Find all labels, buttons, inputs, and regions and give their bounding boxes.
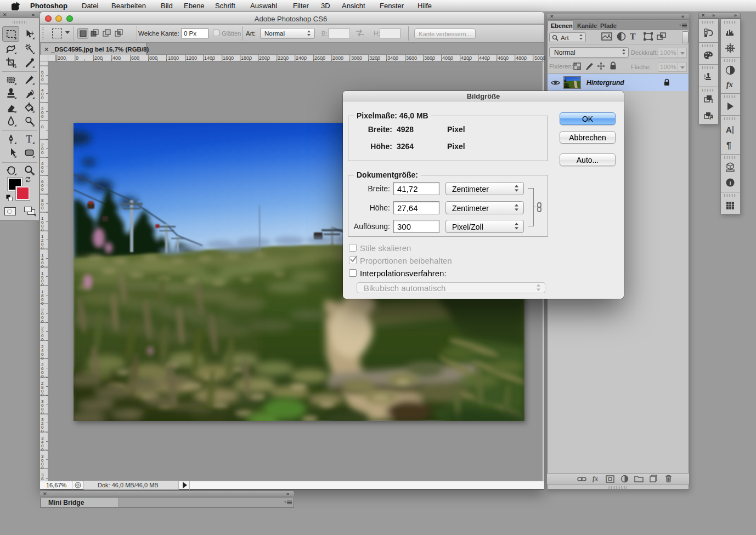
svg-text:i: i <box>729 179 731 186</box>
svg-text:fx: fx <box>726 81 733 89</box>
svg-text:T: T <box>26 134 32 144</box>
svg-text:A: A <box>709 113 713 121</box>
svg-text:¶: ¶ <box>726 141 731 150</box>
svg-text:A: A <box>726 125 732 134</box>
